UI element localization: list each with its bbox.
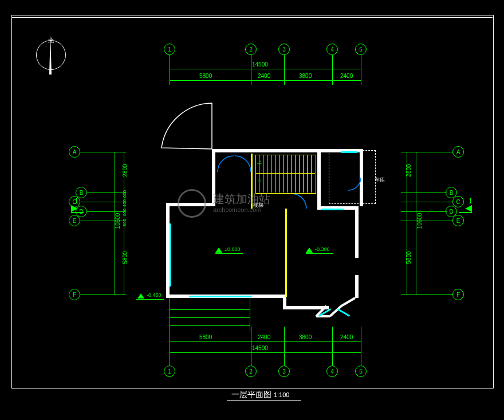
garage-outline [329, 150, 376, 204]
room-garage: 车库 [375, 176, 385, 184]
title-underline [227, 400, 301, 401]
step-line [170, 298, 170, 332]
step-line [250, 298, 250, 332]
step-line [170, 309, 250, 310]
level-step: -0.300 [315, 246, 330, 252]
drawing-title: 一层平面图 1:100 [231, 390, 289, 400]
stair-up: 上 [257, 158, 262, 166]
watermark-text: 建筑加油站 [213, 191, 270, 207]
lvl-line [136, 299, 164, 300]
lvl-line [306, 253, 333, 254]
step-line [170, 317, 250, 318]
watermark-logo [178, 189, 206, 218]
step-line [170, 325, 250, 326]
stair-down: 下 [257, 178, 262, 185]
watermark-url: archcomeon.com [213, 206, 261, 213]
level-outside: -0.450 [147, 292, 162, 298]
level-floor: ±0.000 [225, 246, 240, 252]
lvl-line [215, 253, 243, 254]
stair-mid [255, 173, 315, 174]
